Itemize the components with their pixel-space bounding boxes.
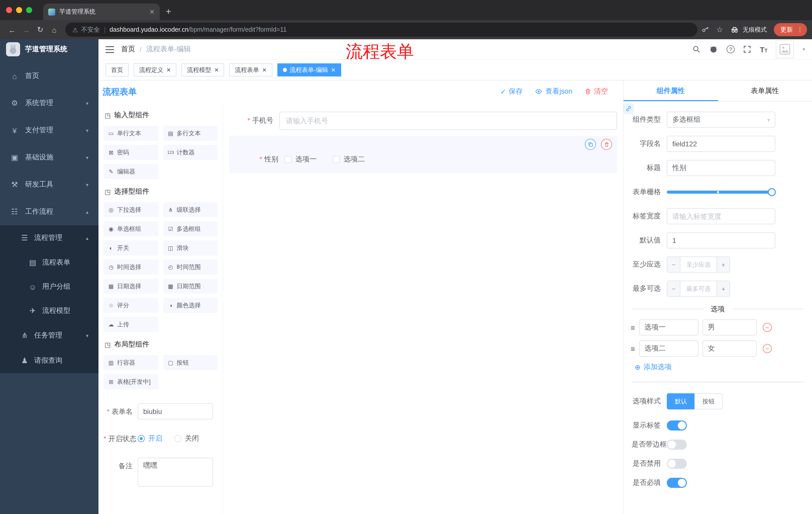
copy-component-button[interactable]	[585, 139, 596, 150]
tag-home[interactable]: 首页	[106, 63, 128, 77]
drag-handle-icon[interactable]: ≡	[631, 344, 635, 353]
palette-item-single-line-text[interactable]: ▭单行文本	[104, 126, 158, 141]
palette-item-row-container[interactable]: ▥行容器	[104, 355, 158, 370]
key-icon[interactable]	[701, 26, 709, 34]
palette-item-editor[interactable]: ✎编辑器	[104, 164, 158, 179]
fullscreen-icon[interactable]	[743, 45, 751, 53]
view-json-button[interactable]: 查看json	[535, 87, 572, 96]
form-grid-slider[interactable]	[667, 184, 775, 200]
increase-button[interactable]: +	[717, 257, 730, 272]
palette-item-upload[interactable]: ☁上传	[104, 317, 158, 332]
required-switch[interactable]	[667, 478, 687, 488]
close-window-button[interactable]	[6, 7, 12, 13]
tab-form-props[interactable]: 表单属性	[718, 80, 812, 101]
default-value-input[interactable]	[667, 232, 775, 248]
phone-field-row[interactable]: 手机号	[229, 110, 617, 132]
address-bar[interactable]: ⚠ 不安全 | dashboard.yudao.iocoder.cn/bpm/m…	[65, 23, 697, 37]
tab-component-props[interactable]: 组件属性	[624, 80, 718, 101]
sidebar-item-process-model[interactable]: ✈ 流程模型	[0, 299, 98, 323]
sidebar-item-user-group[interactable]: ☺ 用户分组	[0, 275, 98, 299]
back-icon[interactable]: ←	[5, 23, 19, 37]
font-size-icon[interactable]: TT	[760, 45, 767, 54]
close-icon[interactable]: ✕	[262, 66, 266, 73]
palette-item-date-picker[interactable]: ▦日期选择	[104, 279, 158, 294]
checkbox-option-one[interactable]: 选项一	[284, 155, 317, 164]
close-icon[interactable]: ✕	[214, 66, 219, 73]
sidebar-item-home[interactable]: ⌂ 首页	[0, 62, 98, 89]
link-button[interactable]	[624, 104, 634, 114]
drag-handle-icon[interactable]: ≡	[631, 323, 635, 332]
tag-process-form-edit[interactable]: 流程表单-编辑 ✕	[277, 63, 341, 77]
palette-item-table[interactable]: ⊞表格[开发中]	[104, 374, 158, 389]
decrease-button[interactable]: −	[667, 257, 680, 272]
sidebar-item-infrastructure[interactable]: ▣ 基础设施 ▾	[0, 144, 98, 171]
max-select-value[interactable]: 最多可选	[680, 281, 717, 296]
search-icon[interactable]	[692, 45, 700, 53]
tag-process-model[interactable]: 流程模型 ✕	[181, 63, 224, 77]
help-icon[interactable]: ?	[727, 45, 735, 53]
component-type-select[interactable]: 多选框组 ▾	[667, 112, 775, 128]
palette-item-counter[interactable]: 123计数器	[163, 145, 218, 160]
palette-item-select[interactable]: ◎下拉选择	[104, 202, 158, 217]
palette-item-multi-line-text[interactable]: ▤多行文本	[163, 126, 218, 141]
palette-item-cascader[interactable]: ⋔级联选择	[163, 202, 218, 217]
palette-item-password[interactable]: ⊠密码	[104, 145, 158, 160]
minimize-window-button[interactable]	[16, 7, 22, 13]
security-warning[interactable]: ⚠ 不安全	[72, 25, 100, 34]
checkbox-option-two[interactable]: 选项二	[332, 155, 365, 164]
add-option-button[interactable]: ⊕ 添加选项	[635, 362, 804, 372]
sidebar-item-leave-query[interactable]: ♟ 请假查询	[0, 348, 98, 373]
tag-process-definition[interactable]: 流程定义 ✕	[134, 63, 176, 77]
browser-menu-icon[interactable]: ⋮	[797, 26, 803, 33]
palette-item-time-picker[interactable]: ◷时间选择	[104, 260, 158, 275]
palette-item-slider[interactable]: ◫滑块	[163, 240, 218, 255]
disabled-switch[interactable]	[667, 459, 687, 469]
sidebar-item-process-form[interactable]: ▤ 流程表单	[0, 250, 98, 275]
remove-option-button[interactable]: −	[763, 323, 772, 332]
bookmark-star-icon[interactable]: ☆	[716, 25, 723, 34]
show-label-switch[interactable]	[667, 421, 687, 431]
close-icon[interactable]: ✕	[166, 66, 171, 73]
sidebar-item-devtools[interactable]: ⚒ 研发工具 ▾	[0, 171, 98, 198]
sidebar-item-task-management[interactable]: ⋔ 任务管理 ▾	[0, 323, 98, 348]
decrease-button[interactable]: −	[667, 281, 680, 296]
palette-item-radio-group[interactable]: ◉单选框组	[104, 221, 158, 236]
avatar[interactable]	[776, 40, 794, 58]
border-switch[interactable]	[667, 439, 687, 450]
clear-button[interactable]: 清空	[584, 87, 608, 96]
close-icon[interactable]: ✕	[331, 66, 336, 73]
logo-row[interactable]: 芋道管理系统	[0, 39, 98, 59]
sidebar-item-system[interactable]: ⚙ 系统管理 ▾	[0, 89, 98, 117]
zoom-window-button[interactable]	[26, 7, 32, 13]
remove-option-button[interactable]: −	[763, 344, 772, 353]
delete-component-button[interactable]	[601, 139, 612, 150]
palette-item-switch[interactable]: ◐开关	[104, 240, 158, 255]
save-button[interactable]: ✓ 保存	[500, 87, 523, 96]
breadcrumb-home[interactable]: 首页	[121, 45, 135, 54]
option-name-input[interactable]	[639, 341, 698, 357]
option-value-input[interactable]	[702, 341, 757, 357]
sidebar-item-workflow[interactable]: ☷ 工作流程 ▴	[0, 198, 98, 225]
field-name-input[interactable]	[667, 136, 775, 152]
option-name-input[interactable]	[639, 319, 698, 335]
sidebar-item-process-management[interactable]: ☰ 流程管理 ▴	[0, 225, 98, 250]
avatar-caret-icon[interactable]: ▾	[803, 47, 805, 52]
phone-input[interactable]	[279, 112, 617, 130]
update-button[interactable]: 更新 ⋮	[774, 23, 807, 36]
new-tab-button[interactable]: +	[166, 6, 171, 17]
reload-icon[interactable]: ↻	[33, 23, 47, 37]
browser-tab[interactable]: 芋道管理系统 ✕	[43, 3, 160, 20]
style-button-button[interactable]: 按钮	[694, 393, 723, 409]
min-select-value[interactable]: 至少应选	[680, 257, 717, 272]
radio-closed[interactable]: 关闭	[174, 434, 199, 443]
label-width-input[interactable]	[667, 208, 775, 224]
form-name-input[interactable]	[138, 403, 213, 420]
palette-item-time-range[interactable]: ◴时间范围	[163, 260, 218, 275]
slider-handle[interactable]	[768, 188, 776, 196]
home-icon[interactable]: ⌂	[47, 23, 61, 37]
radio-open[interactable]: 开启	[138, 434, 162, 443]
tag-process-form[interactable]: 流程表单 ✕	[229, 63, 272, 77]
sidebar-item-payment[interactable]: ¥ 支付管理 ▾	[0, 117, 98, 144]
form-remark-textarea[interactable]: 嘿嘿	[138, 458, 213, 487]
hamburger-icon[interactable]	[106, 46, 114, 53]
